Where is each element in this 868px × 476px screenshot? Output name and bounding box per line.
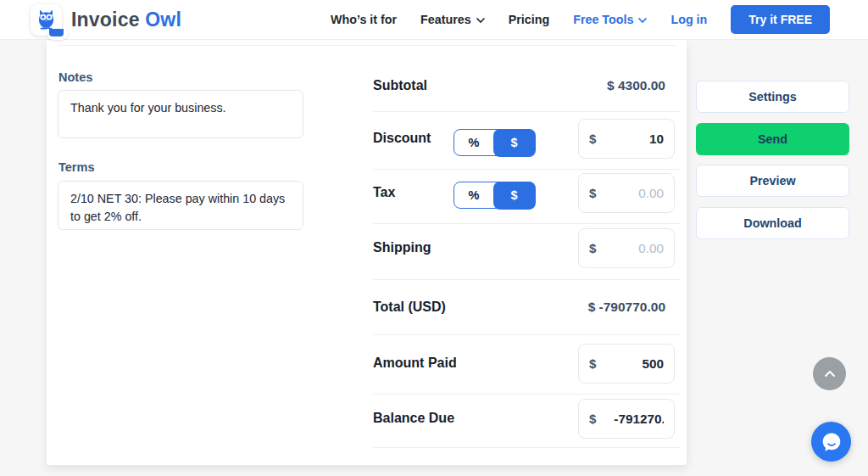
discount-input-box: $ <box>578 119 675 159</box>
balance-due-input-box: $ <box>578 399 675 439</box>
discount-label: Discount <box>373 129 431 148</box>
divider <box>373 279 681 280</box>
tax-dollar-option[interactable]: $ <box>493 182 536 210</box>
total-label: Total (USD) <box>373 298 446 316</box>
amount-paid-input-box: $ <box>578 344 675 384</box>
currency-symbol: $ <box>589 186 596 200</box>
download-button[interactable]: Download <box>696 207 849 239</box>
scroll-to-top-button[interactable] <box>813 357 846 390</box>
total-currency-suffix: (USD) <box>408 300 445 314</box>
notes-label: Notes <box>58 70 92 84</box>
nav-free-tools[interactable]: Free Tools <box>573 13 647 26</box>
currency-symbol: $ <box>589 241 596 255</box>
fragment-blue-toggle <box>49 29 64 36</box>
discount-percent-option[interactable]: % <box>454 130 493 155</box>
scrolled-content-fragment <box>47 29 68 40</box>
settings-button[interactable]: Settings <box>696 81 849 113</box>
terms-input[interactable]: 2/10 NET 30: Please pay within 10 days t… <box>58 181 303 230</box>
nav-features[interactable]: Features <box>420 13 485 26</box>
amount-paid-input[interactable] <box>596 356 664 372</box>
chevron-down-icon <box>638 18 647 23</box>
total-value: $ -790770.00 <box>588 298 665 316</box>
divider <box>373 334 681 335</box>
try-it-free-button[interactable]: Try it FREE <box>731 5 830 34</box>
brand-name: Invoice Owl <box>71 8 181 31</box>
total-label-text: Total <box>373 300 408 314</box>
tax-percent-option[interactable]: % <box>454 182 493 208</box>
send-button[interactable]: Send <box>696 123 849 155</box>
balance-due-label: Balance Due <box>373 409 454 428</box>
nav-whos-it-for[interactable]: Who’s it for <box>331 13 397 26</box>
currency-symbol: $ <box>589 356 596 371</box>
divider <box>58 45 676 46</box>
nav-log-in[interactable]: Log in <box>670 13 707 26</box>
preview-button[interactable]: Preview <box>696 165 849 197</box>
divider <box>373 223 681 224</box>
tax-unit-toggle: % $ <box>453 182 535 209</box>
amount-paid-label: Amount Paid <box>373 354 457 372</box>
subtotal-value: $ 4300.00 <box>607 76 665 95</box>
divider <box>373 447 681 448</box>
invoice-form-card: Notes Thank you for your business. Terms… <box>47 40 687 465</box>
divider <box>373 394 681 395</box>
nav-links: Who’s it for Features Pricing Free Tools… <box>331 5 830 34</box>
shipping-input-box: $ <box>578 228 675 268</box>
tax-label: Tax <box>373 183 395 202</box>
subtotal-label: Subtotal <box>373 76 427 95</box>
shipping-label: Shipping <box>373 238 431 257</box>
notes-input[interactable]: Thank you for your business. <box>58 90 303 138</box>
discount-dollar-option[interactable]: $ <box>493 129 536 157</box>
shipping-input[interactable] <box>596 241 664 256</box>
nav-features-label: Features <box>420 13 471 26</box>
currency-symbol: $ <box>589 132 596 146</box>
balance-due-input[interactable] <box>614 412 664 427</box>
tax-input-box: $ <box>578 173 675 213</box>
nav-pricing[interactable]: Pricing <box>509 13 549 26</box>
chat-widget-button[interactable] <box>811 422 851 462</box>
currency-symbol: $ <box>589 412 596 426</box>
nav-free-tools-label: Free Tools <box>573 13 633 26</box>
chevron-up-icon <box>824 370 836 378</box>
top-navbar: Invoice Owl Who’s it for Features Pricin… <box>0 0 868 40</box>
chat-bubble-icon <box>821 431 843 453</box>
tax-input[interactable] <box>596 186 664 201</box>
divider <box>373 111 681 112</box>
discount-unit-toggle: % $ <box>453 129 535 156</box>
terms-label: Terms <box>58 160 94 174</box>
divider <box>373 169 681 170</box>
chevron-down-icon <box>476 18 485 23</box>
discount-input[interactable] <box>596 132 664 147</box>
